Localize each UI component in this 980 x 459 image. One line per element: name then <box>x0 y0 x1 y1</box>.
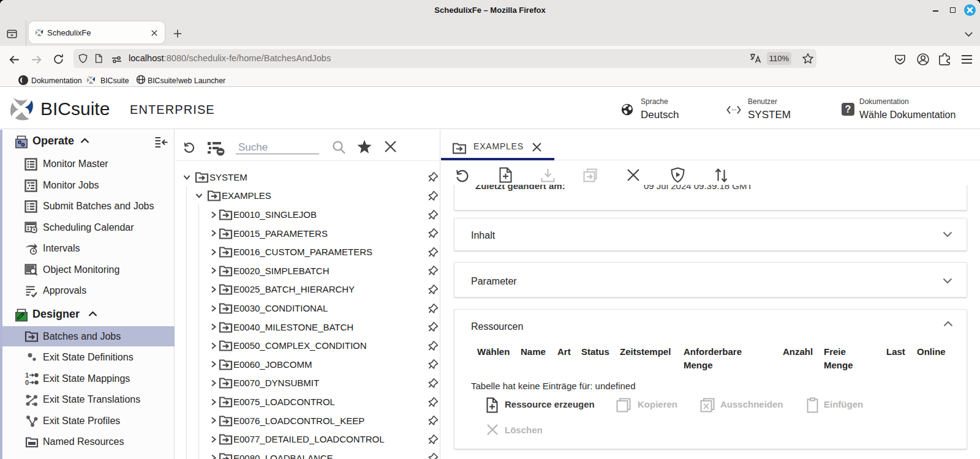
svg-text:1: 1 <box>25 371 29 379</box>
svg-text:0: 0 <box>25 379 29 386</box>
